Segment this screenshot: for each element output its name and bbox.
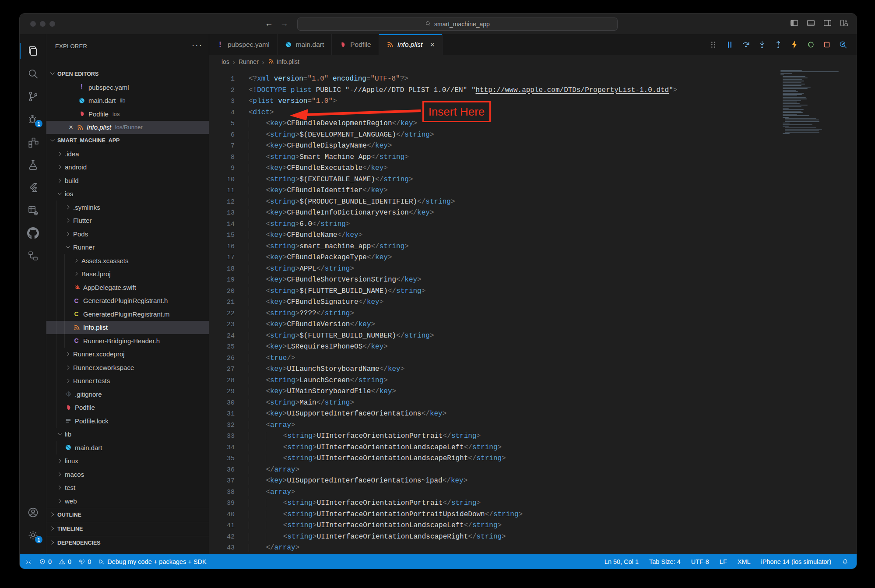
code-text: <key>CFBundleDisplayName</key> bbox=[249, 141, 392, 152]
code-line: 16 <string>smart_machine_app</string> bbox=[209, 241, 857, 253]
more-actions-button[interactable]: ··· bbox=[192, 40, 203, 50]
tree-item[interactable]: Info.plist bbox=[46, 321, 209, 334]
tree-item[interactable]: android bbox=[46, 161, 209, 174]
activity-bar-item-search[interactable] bbox=[20, 62, 46, 85]
tree-item[interactable]: Runner.xcworkspace bbox=[46, 361, 209, 374]
customize-layout-button[interactable] bbox=[840, 18, 849, 29]
breadcrumb-file[interactable]: Info.plist bbox=[268, 58, 299, 66]
activity-bar-item-settings[interactable]: 1 bbox=[20, 524, 46, 546]
activity-bar-item-project-tools[interactable] bbox=[20, 199, 46, 222]
breadcrumb-item[interactable]: Runner bbox=[239, 58, 259, 65]
tree-item[interactable]: build bbox=[46, 174, 209, 187]
zoom-window-button[interactable] bbox=[49, 21, 55, 27]
back-icon[interactable]: ← bbox=[265, 19, 273, 28]
command-center-search[interactable]: smart_machine_app bbox=[297, 18, 618, 31]
tree-item[interactable]: lib bbox=[46, 428, 209, 441]
tree-item[interactable]: Runner.xcodeproj bbox=[46, 348, 209, 361]
step-out-button[interactable] bbox=[773, 40, 783, 49]
status-debug-launch[interactable]: Debug my code + packages + SDK bbox=[98, 558, 207, 565]
hot-reload-button[interactable] bbox=[790, 40, 799, 49]
pause-button[interactable] bbox=[725, 40, 734, 49]
tree-item[interactable]: RunnerTests bbox=[46, 374, 209, 388]
indent-guide bbox=[249, 499, 266, 507]
status-indentation[interactable]: Tab Size: 4 bbox=[649, 558, 681, 565]
activity-bar-item-run-and-debug[interactable]: 1 bbox=[20, 108, 46, 130]
open-editor-item[interactable]: main.dartlib bbox=[46, 94, 209, 108]
activity-bar-item-github[interactable] bbox=[20, 222, 46, 244]
status-errors[interactable]: 0 bbox=[39, 558, 52, 565]
toggle-sidebar-button[interactable] bbox=[790, 18, 799, 29]
activity-bar-item-explorer[interactable] bbox=[20, 39, 46, 62]
chevron-right-icon bbox=[56, 457, 63, 465]
open-editor-item[interactable]: ×Info.plistios/Runner bbox=[46, 121, 209, 134]
open-editor-path: ios bbox=[112, 111, 120, 117]
code-text: <key>CFBundleSignature</key> bbox=[249, 297, 383, 308]
tree-item[interactable]: Flutter bbox=[46, 214, 209, 228]
tree-item[interactable]: CRunner-Bridging-Header.h bbox=[46, 334, 209, 348]
toggle-secondary-sidebar-button[interactable] bbox=[823, 18, 832, 29]
status-notifications[interactable] bbox=[842, 558, 849, 565]
tree-item[interactable]: Runner bbox=[46, 241, 209, 254]
tree-item[interactable]: AppDelegate.swift bbox=[46, 281, 209, 294]
activity-bar-item-extensions[interactable] bbox=[20, 130, 46, 153]
close-icon[interactable]: × bbox=[67, 123, 75, 132]
tab-main-dart[interactable]: main.dart bbox=[278, 34, 332, 55]
activity-bar-item-source-control[interactable] bbox=[20, 85, 46, 108]
file-tree: .ideaandroidbuildios.symlinksFlutterPods… bbox=[46, 147, 209, 508]
widget-inspector-button[interactable] bbox=[838, 40, 848, 49]
tree-item[interactable]: .idea bbox=[46, 147, 209, 161]
tree-item[interactable]: .gitignore bbox=[46, 387, 209, 401]
flutter-icon bbox=[27, 182, 39, 194]
status-language-mode[interactable]: XML bbox=[738, 558, 751, 565]
tab-podfile[interactable]: Podfile bbox=[332, 34, 379, 55]
stop-button[interactable] bbox=[822, 40, 832, 49]
tree-item[interactable]: CGeneratedPluginRegistrant.m bbox=[46, 307, 209, 321]
line-number: 16 bbox=[209, 241, 235, 253]
activity-bar-item-hierarchy[interactable] bbox=[20, 244, 46, 267]
status-encoding[interactable]: UTF-8 bbox=[691, 558, 709, 565]
breadcrumb-item[interactable]: ios bbox=[221, 58, 229, 65]
close-window-button[interactable] bbox=[30, 21, 36, 27]
tree-item[interactable]: Assets.xcassets bbox=[46, 254, 209, 268]
activity-bar-item-accounts[interactable] bbox=[20, 501, 46, 524]
tree-item[interactable]: Podfile.lock bbox=[46, 414, 209, 428]
project-root-header[interactable]: SMART_MACHINE_APP bbox=[46, 134, 209, 147]
tab-info-plist[interactable]: Info.plist× bbox=[379, 34, 443, 55]
open-editors-header[interactable]: OPEN EDITORS bbox=[46, 67, 209, 81]
activity-bar-item-flutter[interactable] bbox=[20, 176, 46, 199]
open-editor-item[interactable]: Podfileios bbox=[46, 107, 209, 121]
status-remote-indicator[interactable] bbox=[25, 558, 32, 565]
tree-item[interactable]: Podfile bbox=[46, 401, 209, 415]
sidebar-section-timeline[interactable]: TIMELINE bbox=[46, 522, 209, 536]
close-icon[interactable]: × bbox=[430, 40, 435, 49]
tree-item[interactable]: ios bbox=[46, 187, 209, 201]
minimap[interactable] bbox=[780, 70, 842, 135]
open-editor-item[interactable]: !pubspec.yaml bbox=[46, 81, 209, 94]
sidebar-section-dependencies[interactable]: DEPENDENCIES bbox=[46, 536, 209, 550]
tree-item[interactable]: main.dart bbox=[46, 441, 209, 454]
step-into-button[interactable] bbox=[757, 40, 767, 49]
status-eol[interactable]: LF bbox=[720, 558, 727, 565]
tree-item[interactable]: .symlinks bbox=[46, 201, 209, 214]
activity-bar-item-testing[interactable] bbox=[20, 153, 46, 176]
tree-item[interactable]: Pods bbox=[46, 227, 209, 241]
tree-item[interactable]: web bbox=[46, 494, 209, 508]
tree-item[interactable]: macos bbox=[46, 468, 209, 481]
restart-button[interactable] bbox=[806, 40, 815, 49]
status-warnings[interactable]: 0 bbox=[59, 558, 71, 565]
toggle-panel-button[interactable] bbox=[806, 18, 815, 29]
tree-item[interactable]: test bbox=[46, 481, 209, 495]
status-ports[interactable]: 0 bbox=[78, 558, 91, 565]
drag-grip-button[interactable] bbox=[709, 40, 718, 49]
sidebar-section-outline[interactable]: OUTLINE bbox=[46, 508, 209, 522]
status-cursor-position[interactable]: Ln 50, Col 1 bbox=[604, 558, 639, 565]
tree-item[interactable]: CGeneratedPluginRegistrant.h bbox=[46, 294, 209, 308]
code-editor[interactable]: 1<?xml version="1.0" encoding="UTF-8"?>2… bbox=[209, 68, 857, 554]
status-device-selector[interactable]: iPhone 14 (ios simulator) bbox=[761, 558, 831, 565]
step-over-button[interactable] bbox=[741, 40, 751, 49]
tab-pubspec-yaml[interactable]: !pubspec.yaml bbox=[209, 34, 278, 55]
tree-item[interactable]: linux bbox=[46, 454, 209, 468]
minimize-window-button[interactable] bbox=[40, 21, 46, 27]
forward-icon[interactable]: → bbox=[280, 19, 288, 28]
tree-item[interactable]: Base.lproj bbox=[46, 268, 209, 281]
